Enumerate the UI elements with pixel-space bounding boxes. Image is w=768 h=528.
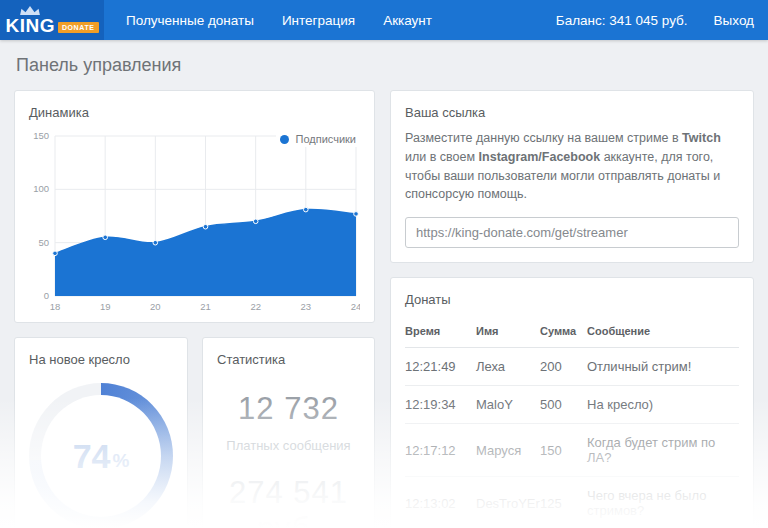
brand-name: KING (5, 16, 55, 35)
donations-table: ВремяИмяСуммаСообщение 12:21:49Леха200От… (405, 317, 739, 528)
svg-text:20: 20 (150, 301, 161, 312)
column-header: Имя (476, 317, 540, 348)
page-title: Панель управления (16, 55, 754, 76)
paid-messages-label: Платных сообщения (217, 438, 360, 453)
dynamics-chart: 05010015018192021222324 (29, 128, 360, 314)
donations-card: Донаты ВремяИмяСуммаСообщение 12:21:49Ле… (390, 277, 754, 528)
your-link-card: Ваша ссылка Разместите данную ссылку на … (390, 90, 754, 263)
svg-text:22: 22 (250, 301, 261, 312)
nav-menu: Полученные донатыИнтеграцияАккаунт (112, 0, 446, 40)
brand-badge: DONATE (58, 22, 99, 33)
svg-text:21: 21 (200, 301, 211, 312)
svg-text:18: 18 (50, 301, 61, 312)
column-header: Сумма (540, 317, 587, 348)
svg-text:150: 150 (33, 130, 49, 141)
progress-ring: 74 % (29, 383, 173, 528)
svg-text:19: 19 (100, 301, 111, 312)
stats-title: Статистика (217, 352, 360, 367)
legend-label: Подписчики (295, 133, 356, 145)
your-link-title: Ваша ссылка (405, 105, 739, 120)
your-link-description: Разместите данную ссылку на вашем стриме… (405, 129, 739, 204)
svg-text:23: 23 (301, 301, 312, 312)
svg-text:100: 100 (33, 183, 49, 194)
top-nav: KING DONATE Полученные донатыИнтеграцияА… (0, 0, 768, 40)
donations-table-body: 12:21:49Леха200Отличный стрим!12:19:34Ma… (405, 348, 739, 528)
logout-link[interactable]: Выход (714, 13, 754, 28)
progress-percent-sign: % (112, 450, 129, 472)
progress-percent: 74 (73, 437, 111, 476)
crown-icon (19, 6, 41, 15)
chart-legend: Подписчики (276, 131, 358, 147)
nav-item-0[interactable]: Полученные донаты (112, 13, 268, 28)
table-header-row: ВремяИмяСуммаСообщение (405, 317, 739, 348)
table-row: 12:17:12Маруся150Когда будет стрим по ЛА… (405, 424, 739, 477)
column-header: Время (405, 317, 476, 348)
goal-title: На новое кресло (29, 352, 173, 367)
dynamics-title: Динамика (29, 105, 360, 120)
legend-dot-icon (280, 135, 289, 144)
column-header: Сообщение (587, 317, 739, 348)
stream-link-input[interactable] (405, 217, 739, 248)
table-row: 12:21:49Леха200Отличный стрим! (405, 348, 739, 386)
svg-text:0: 0 (44, 290, 49, 301)
dynamics-card: Динамика 05010015018192021222324 Подписч… (14, 90, 375, 323)
logo[interactable]: KING DONATE (0, 0, 104, 40)
collected-amount: 274 541 руб. (217, 475, 360, 528)
svg-text:24: 24 (351, 301, 360, 312)
svg-text:50: 50 (38, 237, 49, 248)
stats-card: Статистика 12 732 Платных сообщения 274 … (202, 337, 375, 528)
goal-card: На новое кресло 74 % (14, 337, 188, 528)
balance-text: Баланс: 341 045 руб. (556, 13, 688, 28)
nav-item-1[interactable]: Интеграция (268, 13, 369, 28)
table-row: 12:13:02DesTroYEr125Чего вчера не было с… (405, 477, 739, 528)
paid-messages-count: 12 732 (217, 391, 360, 427)
donations-title: Донаты (405, 292, 739, 307)
main-content: Панель управления Динамика 0501001501819… (0, 40, 768, 528)
nav-item-2[interactable]: Аккаунт (369, 13, 446, 28)
table-row: 12:19:34MaloY500На кресло) (405, 386, 739, 424)
